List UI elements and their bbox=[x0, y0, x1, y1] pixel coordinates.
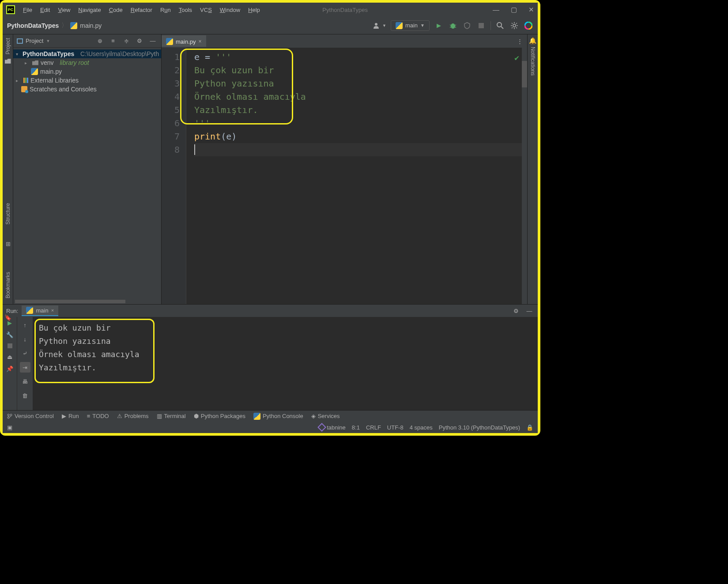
lock-icon[interactable]: 🔒 bbox=[526, 424, 533, 431]
wrench-icon[interactable]: 🔧 bbox=[6, 332, 13, 338]
run-console-output[interactable]: Bu çok uzun bir Python yazısına Örnek ol… bbox=[33, 317, 538, 410]
python-file-icon bbox=[31, 68, 38, 75]
indent-widget[interactable]: 4 spaces bbox=[410, 424, 433, 431]
pin-button[interactable]: 📌 bbox=[6, 365, 13, 372]
breadcrumb-file[interactable]: main.py bbox=[80, 22, 102, 29]
title-bar: PC File Edit View Navigate Code Refactor… bbox=[3, 3, 538, 17]
up-stack-button[interactable]: ↑ bbox=[20, 320, 30, 330]
run-button[interactable]: ▶ bbox=[434, 21, 444, 30]
run-settings-button[interactable]: ⚙ bbox=[511, 306, 521, 316]
breadcrumb-root[interactable]: PythonDataTypes bbox=[7, 22, 59, 29]
python-packages-button[interactable]: ⬢ Python Packages bbox=[194, 413, 245, 419]
file-encoding[interactable]: UTF-8 bbox=[387, 424, 404, 431]
version-control-button[interactable]: Version Control bbox=[7, 413, 54, 419]
minimize-button[interactable]: — bbox=[493, 6, 499, 14]
svg-point-0 bbox=[375, 23, 377, 26]
menu-edit[interactable]: Edit bbox=[40, 7, 50, 13]
line-separator[interactable]: CRLF bbox=[366, 424, 381, 431]
svg-point-6 bbox=[497, 23, 502, 27]
jetbrains-toolbox-icon[interactable] bbox=[524, 21, 533, 30]
editor-area: main.py × ⋮ 12345678 ✔ e = ''' Bu çok uz… bbox=[162, 34, 527, 304]
search-everywhere-button[interactable] bbox=[495, 21, 505, 30]
expand-all-button[interactable]: ≡ bbox=[108, 38, 118, 44]
menu-window[interactable]: Window bbox=[220, 7, 240, 13]
menu-run[interactable]: Run bbox=[160, 7, 171, 13]
close-icon[interactable]: × bbox=[51, 308, 54, 313]
problems-tool-button[interactable]: ⚠ Problems bbox=[117, 413, 149, 419]
terminal-tool-button[interactable]: ▥ Terminal bbox=[157, 413, 186, 419]
run-with-coverage-button[interactable] bbox=[462, 21, 472, 30]
menu-navigate[interactable]: Navigate bbox=[78, 7, 101, 13]
editor-tab-main[interactable]: main.py × bbox=[162, 35, 206, 47]
project-tree: ▾ PythonDataTypes C:\Users\yilma\Desktop… bbox=[13, 48, 161, 95]
notifications-icon[interactable]: 🔔 bbox=[529, 37, 536, 44]
bookmark-icon[interactable]: 🔖 bbox=[4, 314, 11, 321]
python-file-icon bbox=[70, 22, 77, 29]
print-button[interactable]: 🖶 bbox=[20, 376, 30, 387]
stop-button[interactable] bbox=[8, 343, 12, 348]
settings-button[interactable] bbox=[509, 21, 519, 30]
tree-venv[interactable]: ▸ venv library root bbox=[13, 58, 161, 67]
menu-tools[interactable]: Tools bbox=[179, 7, 192, 13]
editor-tab-options[interactable]: ⋮ bbox=[517, 38, 523, 45]
run-tool-window: Run: main × ⚙ — ▶ 🔧 ⏏ 📌 ↑ ↓ ⤶ ⇥ bbox=[3, 304, 538, 410]
services-tool-button[interactable]: ◈ Services bbox=[311, 413, 340, 419]
tree-root[interactable]: ▾ PythonDataTypes C:\Users\yilma\Desktop… bbox=[13, 49, 161, 58]
hide-panel-button[interactable]: — bbox=[148, 38, 158, 44]
close-tab-icon[interactable]: × bbox=[199, 38, 202, 45]
down-stack-button[interactable]: ↓ bbox=[20, 334, 30, 344]
run-tab-main[interactable]: main × bbox=[22, 305, 58, 316]
menu-code[interactable]: Code bbox=[109, 7, 123, 13]
tree-main-py[interactable]: main.py bbox=[13, 67, 161, 76]
breadcrumb: PythonDataTypes 〉 main.py bbox=[7, 22, 102, 30]
code-editor[interactable]: 12345678 ✔ e = ''' Bu çok uzun bir Pytho… bbox=[162, 48, 527, 304]
hide-run-button[interactable]: — bbox=[524, 306, 534, 316]
project-tool-button[interactable]: Project bbox=[5, 38, 11, 54]
bottom-tool-bar: Version Control ▶ Run ≡ TODO ⚠ Problems … bbox=[3, 410, 538, 422]
exit-button[interactable]: ⏏ bbox=[7, 354, 12, 360]
menu-view[interactable]: View bbox=[58, 7, 70, 13]
svg-line-4 bbox=[450, 27, 451, 27]
structure-tool-button[interactable]: Structure bbox=[5, 203, 11, 225]
project-view-selector[interactable]: Project ▼ bbox=[17, 38, 50, 44]
menu-help[interactable]: Help bbox=[248, 7, 260, 13]
svg-line-15 bbox=[512, 27, 513, 28]
run-config-selector[interactable]: main ▼ bbox=[391, 20, 430, 31]
close-button[interactable]: ✕ bbox=[528, 6, 534, 14]
scroll-to-end-button[interactable]: ⇥ bbox=[20, 362, 30, 373]
tabnine-widget[interactable]: tabnine bbox=[319, 424, 346, 431]
menu-vcs[interactable]: VCS bbox=[200, 7, 212, 13]
collapse-all-button[interactable]: ≑ bbox=[121, 38, 131, 44]
clear-all-button[interactable]: 🗑 bbox=[20, 390, 30, 401]
bookmarks-tool-button[interactable]: Bookmarks bbox=[5, 272, 11, 298]
menu-bar: File Edit View Navigate Code Refactor Ru… bbox=[23, 7, 260, 13]
interpreter-widget[interactable]: Python 3.10 (PythonDataTypes) bbox=[439, 424, 520, 431]
soft-wrap-button[interactable]: ⤶ bbox=[20, 348, 30, 358]
debug-button[interactable] bbox=[448, 21, 458, 30]
run-tool-button[interactable]: ▶ Run bbox=[62, 413, 79, 419]
notifications-tool-button[interactable]: Notifications bbox=[530, 47, 536, 75]
editor-scrollbar[interactable] bbox=[522, 48, 527, 304]
tool-windows-icon[interactable]: ▣ bbox=[7, 424, 12, 431]
tree-external-libraries[interactable]: ▸ External Libraries bbox=[13, 76, 161, 85]
maximize-button[interactable]: ▢ bbox=[511, 6, 517, 14]
panel-settings-button[interactable]: ⚙ bbox=[135, 38, 144, 44]
svg-point-18 bbox=[8, 414, 9, 416]
python-file-icon bbox=[166, 38, 173, 45]
user-dropdown[interactable]: ▼ bbox=[373, 23, 386, 29]
folder-icon bbox=[32, 60, 38, 65]
caret-position[interactable]: 8:1 bbox=[352, 424, 360, 431]
menu-file[interactable]: File bbox=[23, 7, 32, 13]
python-console-button[interactable]: Python Console bbox=[253, 413, 303, 420]
scrollbar-horizontal[interactable] bbox=[15, 300, 125, 303]
folder-icon[interactable] bbox=[5, 59, 11, 64]
menu-refactor[interactable]: Refactor bbox=[131, 7, 152, 13]
stop-button[interactable] bbox=[476, 21, 486, 30]
structure-icon[interactable]: ⊞ bbox=[6, 241, 11, 247]
svg-line-14 bbox=[516, 27, 517, 28]
window-title: PythonDataTypes bbox=[322, 7, 368, 13]
tree-scratches[interactable]: Scratches and Consoles bbox=[13, 85, 161, 94]
todo-tool-button[interactable]: ≡ TODO bbox=[87, 413, 109, 419]
select-opened-file-button[interactable]: ⊕ bbox=[95, 38, 105, 44]
inspection-ok-icon[interactable]: ✔ bbox=[514, 51, 519, 64]
